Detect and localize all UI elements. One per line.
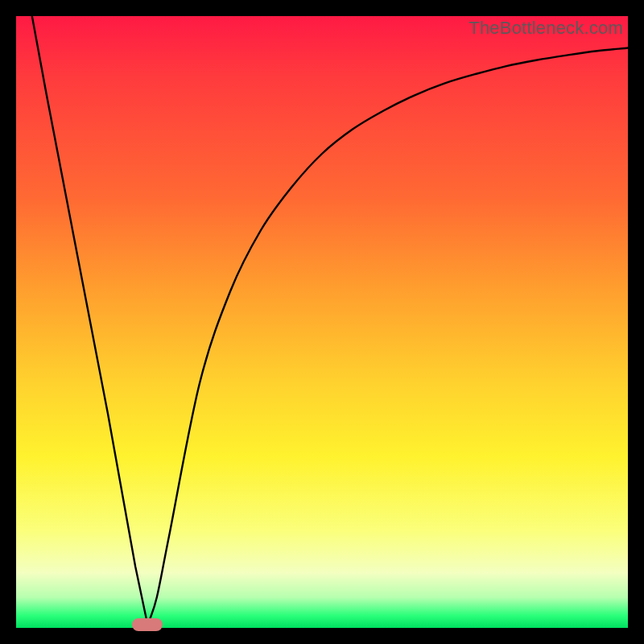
bottleneck-curve (16, 16, 628, 628)
curve-path (32, 16, 628, 625)
plot-frame: TheBottleneck.com (16, 16, 628, 628)
optimum-marker (132, 618, 163, 631)
